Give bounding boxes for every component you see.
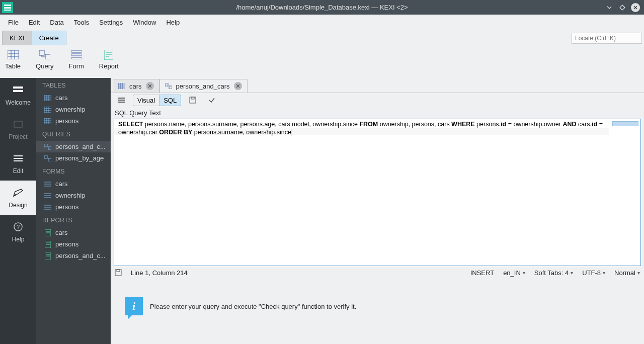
doc-tabs: cars persons_and_cars [111, 78, 644, 93]
rail-design[interactable]: Design [0, 181, 36, 215]
svg-rect-0 [4, 5, 11, 6]
report-item-persons-and-cars[interactable]: persons_and_c... [36, 250, 111, 262]
menu-help[interactable]: Help [161, 17, 185, 28]
svg-rect-28 [44, 95, 51, 101]
tables-header: TABLES [36, 78, 111, 92]
minimize-button[interactable] [605, 3, 614, 12]
status-normal[interactable]: Normal▾ [614, 269, 640, 277]
create-toolbar: Table Query Form Report [0, 46, 644, 78]
svg-rect-8 [39, 50, 44, 55]
svg-rect-46 [48, 158, 51, 161]
info-icon: i [125, 297, 143, 315]
save-status-icon[interactable] [115, 269, 122, 276]
svg-rect-15 [104, 50, 113, 60]
doc-tab-pac-label: persons_and_cars [176, 82, 230, 90]
svg-rect-12 [71, 50, 82, 52]
menu-window[interactable]: Window [128, 17, 161, 28]
table-item-ownership[interactable]: ownership [36, 104, 111, 115]
text-cursor [291, 129, 291, 136]
close-tab-pac-icon[interactable] [234, 82, 242, 90]
new-report-button[interactable]: Report [99, 49, 119, 70]
view-visual-button[interactable]: Visual [133, 95, 159, 106]
menu-settings[interactable]: Settings [94, 17, 128, 28]
svg-rect-44 [48, 147, 51, 150]
view-toolbar: Visual SQL [111, 93, 644, 107]
forms-header: FORMS [36, 164, 111, 178]
doc-tab-persons-and-cars[interactable]: persons_and_cars [159, 79, 248, 93]
new-table-button[interactable]: Table [5, 49, 21, 70]
report-item-cars[interactable]: cars [36, 227, 111, 238]
new-form-button[interactable]: Form [68, 49, 84, 70]
close-button[interactable] [631, 3, 640, 12]
rail-welcome-label: Welcome [6, 99, 31, 106]
svg-rect-13 [71, 54, 82, 56]
maximize-button[interactable] [618, 3, 627, 12]
close-tab-cars-icon[interactable] [146, 82, 154, 90]
report-mini-icon [44, 252, 51, 260]
view-sql-button[interactable]: SQL [159, 95, 181, 106]
form-item-ownership[interactable]: ownership [36, 190, 111, 201]
status-locale[interactable]: en_IN▾ [503, 269, 525, 277]
status-encoding[interactable]: UTF-8▾ [582, 269, 605, 277]
table-icon [8, 49, 19, 60]
menu-tools[interactable]: Tools [69, 17, 94, 28]
hamburger-button[interactable] [114, 96, 129, 105]
status-linecol: Line 1, Column 214 [131, 269, 188, 277]
query-item-persons-and-cars[interactable]: persons_and_c... [36, 141, 111, 152]
rail-welcome[interactable]: Welcome [0, 78, 36, 112]
table-mini-icon [44, 118, 51, 125]
svg-rect-9 [45, 54, 50, 59]
svg-rect-77 [115, 270, 121, 276]
form-item-cars[interactable]: cars [36, 178, 111, 190]
rail-help[interactable]: ? Help [0, 215, 36, 249]
menu-data[interactable]: Data [45, 17, 68, 28]
queries-header: QUERIES [36, 127, 111, 141]
svg-rect-70 [165, 83, 168, 86]
svg-text:?: ? [17, 224, 20, 230]
new-query-button[interactable]: Query [36, 49, 53, 70]
svg-rect-71 [169, 86, 172, 89]
project-icon [12, 118, 24, 130]
rail-project-label: Project [9, 133, 27, 140]
status-mode[interactable]: INSERT [470, 269, 494, 277]
edit-icon [12, 152, 24, 164]
report-mini-icon [44, 229, 51, 236]
rail-edit[interactable]: Edit [0, 146, 36, 181]
svg-rect-76 [191, 97, 194, 99]
content: cars persons_and_cars Visual SQL SQL Que… [111, 78, 644, 344]
window-title: /home/anuj/Downloads/Simple_Database.kex… [236, 4, 408, 11]
svg-rect-33 [44, 107, 51, 113]
menu-file[interactable]: File [3, 17, 24, 28]
doc-tab-cars-label: cars [129, 82, 142, 90]
new-query-label: Query [36, 62, 53, 70]
new-form-label: Form [68, 62, 84, 70]
welcome-icon [12, 84, 24, 96]
sql-editor[interactable]: SELECT persons.name, persons.surname, pe… [114, 119, 641, 266]
locate-input[interactable] [572, 33, 642, 44]
svg-rect-1 [4, 7, 11, 9]
info-bar: i Please enter your query and execute "C… [111, 297, 644, 320]
query-item-persons-by-age[interactable]: persons_by_age [36, 152, 111, 164]
minimap-scroll-indicator[interactable] [612, 121, 638, 126]
query-mini-icon [44, 155, 51, 162]
form-icon [71, 49, 82, 60]
mode-tab-kexi[interactable]: KEXI [2, 31, 32, 45]
menu-edit[interactable]: Edit [24, 17, 45, 28]
form-item-persons[interactable]: persons [36, 201, 111, 213]
report-item-persons[interactable]: persons [36, 238, 111, 250]
svg-rect-38 [44, 118, 51, 124]
status-tabs[interactable]: Soft Tabs: 4▾ [534, 269, 573, 277]
rail-project[interactable]: Project [0, 112, 36, 146]
save-query-button[interactable] [185, 95, 200, 105]
table-mini-icon [44, 95, 51, 102]
query-label: SQL Query Text [111, 107, 644, 119]
table-item-cars[interactable]: cars [36, 92, 111, 104]
rail-edit-label: Edit [13, 167, 24, 175]
svg-rect-65 [118, 83, 125, 89]
mode-tab-create[interactable]: Create [32, 31, 66, 45]
report-mini-icon [44, 241, 51, 248]
table-item-persons[interactable]: persons [36, 115, 111, 127]
check-query-button[interactable] [204, 95, 219, 105]
doc-tab-cars[interactable]: cars [113, 79, 159, 93]
rail-design-label: Design [9, 202, 27, 209]
